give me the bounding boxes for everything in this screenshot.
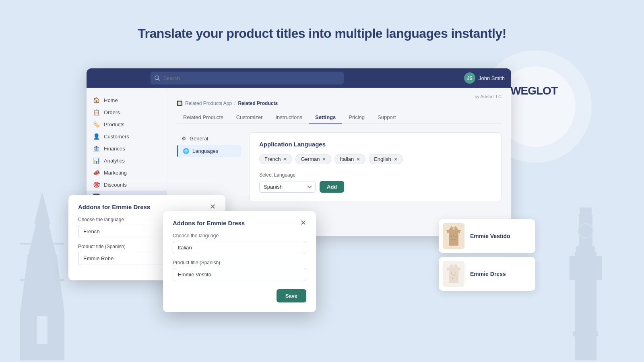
bigben-decoration [568,208,604,362]
svg-point-25 [456,236,457,237]
modal-french-title: Addons for Emmie Dress [78,204,150,210]
page-headline: Translate your product titles into multi… [0,0,644,41]
modal-italian-header: Addons for Emmie Dress ✕ [173,219,306,226]
sidebar-label-discounts: Discounts [104,182,127,188]
svg-point-33 [450,277,451,278]
tab-related-products[interactable]: Related Products [177,111,230,124]
settings-nav-languages[interactable]: 🌐 Languages [177,145,241,157]
svg-rect-11 [580,208,592,216]
modal-save-button[interactable]: Save [277,289,306,302]
svg-rect-6 [20,316,37,360]
svg-point-23 [451,236,452,237]
language-select[interactable]: Spanish French German Portuguese Japanes… [259,181,316,193]
sidebar-label-marketing: Marketing [104,170,127,176]
select-language-label: Select Language [259,172,491,178]
top-navigation: JS John Smith [87,68,511,88]
sidebar-label-orders: Orders [104,109,120,115]
sidebar-label-products: Products [104,121,124,128]
remove-english-button[interactable]: ✕ [394,156,398,162]
product-thumb-dress [443,261,464,287]
languages-card: Application Languages French ✕ German ✕ … [249,132,502,201]
tab-settings[interactable]: Settings [309,111,342,124]
svg-point-30 [454,274,455,276]
breadcrumb-current: Related Products [238,101,278,106]
orders-icon: 📋 [93,109,100,115]
analytics-icon: 📊 [93,157,100,164]
svg-rect-8 [37,344,47,360]
modal-italian-product-input[interactable] [173,268,306,281]
tabs-bar: Related Products Customizer Instructions… [177,111,502,124]
finances-icon: 🏦 [93,145,100,152]
eiffel-tower-decoration [20,191,64,362]
modal-french-close[interactable]: ✕ [210,203,216,210]
customers-icon: 👤 [93,133,100,140]
discounts-icon: 🎯 [93,181,100,188]
product-thumb-vestido [443,223,464,249]
sidebar-label-analytics: Analytics [104,158,125,164]
svg-rect-17 [575,336,597,360]
tab-instructions[interactable]: Instructions [269,111,308,124]
svg-rect-3 [27,255,57,259]
svg-marker-0 [34,191,50,224]
by-arteta: by Arteta LLC [177,94,502,99]
modal-italian-close[interactable]: ✕ [300,219,306,226]
remove-french-button[interactable]: ✕ [283,156,287,162]
svg-point-34 [456,278,457,279]
breadcrumb-app[interactable]: Related Products App [185,101,232,106]
languages-nav-icon: 🌐 [183,148,189,154]
modal-italian-product-label: Product title (Spanish) [173,260,306,265]
sidebar-item-analytics[interactable]: 📊 Analytics [87,154,167,167]
svg-marker-2 [28,226,56,256]
svg-rect-14 [576,246,595,252]
product-cards: Emmie Vestido Emmie Dress [439,219,535,295]
product-name-vestido: Emmie Vestido [470,233,510,239]
tab-support[interactable]: Support [371,111,402,124]
user-name: John Smith [479,75,505,81]
svg-rect-19 [597,256,602,280]
sidebar-item-orders[interactable]: 📋 Orders [87,106,167,118]
product-card-vestido: Emmie Vestido [439,219,535,253]
sidebar-item-home[interactable]: 🏠 Home [87,94,167,106]
search-input[interactable] [163,75,340,81]
weglot-logo: WEGLOT [510,84,557,97]
languages-card-title: Application Languages [259,141,491,148]
svg-rect-7 [47,316,64,360]
add-language-button[interactable]: Add [320,181,344,193]
sidebar-item-products[interactable]: 🏷️ Products [87,118,167,130]
lang-tag-german: German ✕ [295,154,331,164]
sidebar-item-discounts[interactable]: 🎯 Discounts [87,179,167,191]
tab-customizer[interactable]: Customizer [230,111,269,124]
sidebar-item-customers[interactable]: 👤 Customers [87,130,167,142]
svg-point-24 [453,235,454,236]
modal-italian-lang-label: Choose the language [173,233,306,239]
settings-layout: ⚙ General 🌐 Languages Application Langua… [177,132,502,201]
remove-italian-button[interactable]: ✕ [356,156,360,162]
user-area: JS John Smith [464,72,505,84]
breadcrumb-icon: 🔲 [177,101,183,106]
modal-french-header: Addons for Emmie Dress ✕ [78,203,216,210]
product-card-dress: Emmie Dress [439,257,535,291]
sidebar-label-finances: Finances [104,146,125,152]
select-lang-row: Spanish French German Portuguese Japanes… [259,181,491,193]
sidebar-item-finances[interactable]: 🏦 Finances [87,142,167,154]
settings-nav-general[interactable]: ⚙ General [177,132,241,145]
marketing-icon: 📣 [93,169,100,176]
lang-german-label: German [301,156,320,162]
modal-italian-lang-input[interactable] [173,241,306,254]
svg-point-31 [452,278,454,279]
sidebar-item-marketing[interactable]: 📣 Marketing [87,167,167,179]
remove-german-button[interactable]: ✕ [322,156,326,162]
general-icon: ⚙ [182,136,186,142]
breadcrumb-separator: / [234,101,235,106]
svg-rect-5 [20,311,64,316]
svg-point-29 [451,273,452,274]
products-icon: 🏷️ [93,121,100,128]
tab-pricing[interactable]: Pricing [342,111,371,124]
svg-marker-4 [20,259,64,312]
general-label: General [190,136,208,142]
lang-tags: French ✕ German ✕ Italian ✕ English [259,154,491,164]
search-bar[interactable] [151,72,344,84]
sidebar-label-home: Home [104,97,118,103]
svg-point-22 [452,227,455,230]
svg-rect-1 [35,223,49,226]
